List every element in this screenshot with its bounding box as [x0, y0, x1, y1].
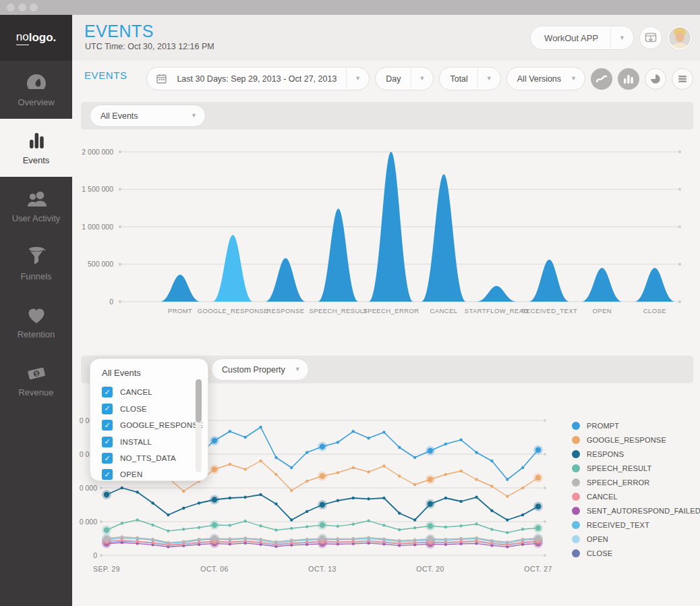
peak-close[interactable]: [635, 268, 675, 302]
list-icon: [678, 75, 687, 83]
logo[interactable]: nologo.: [0, 15, 72, 61]
avatar[interactable]: [668, 26, 692, 50]
checkbox-checked-icon[interactable]: ✓: [102, 420, 113, 431]
aggregation-select[interactable]: Total ▼: [439, 67, 500, 90]
svg-text:CLOSE: CLOSE: [643, 307, 666, 314]
chevron-down-icon: ▼: [295, 366, 301, 373]
legend-item-google_response[interactable]: GOOGLE_RESPONSE: [572, 433, 700, 447]
export-button[interactable]: [639, 26, 662, 49]
legend-label: PROMPT: [587, 422, 619, 430]
custom-property-value: Custom Property: [212, 365, 295, 375]
aggregation-value: Total: [440, 74, 477, 84]
svg-text:0: 0: [93, 551, 97, 559]
legend-item-sent_autorespond_failed[interactable]: SENT_AUTORESPOND_FAILED: [572, 503, 700, 518]
legend-swatch-icon: [572, 450, 580, 458]
bar-chart-icon: [25, 130, 48, 150]
svg-text:40 000: 40 000: [80, 484, 97, 492]
app-selector[interactable]: WorkOut APP ▼: [530, 26, 634, 50]
events-peaks-chart: 0500 0001 000 0001 500 0002 000 000PROMT…: [80, 142, 693, 331]
custom-property-select[interactable]: Custom Property ▼: [211, 358, 309, 381]
svg-text:RESPONSE: RESPONSE: [267, 307, 305, 314]
svg-text:500 000: 500 000: [88, 260, 113, 268]
legend-item-respons[interactable]: RESPONS: [572, 447, 700, 461]
dropdown-option-cancel[interactable]: ✓ CANCEL: [102, 387, 152, 397]
view-toggle-line-chart[interactable]: [591, 68, 612, 90]
scrollbar-thumb[interactable]: [196, 379, 202, 422]
sidebar-item-label: Retention: [18, 329, 55, 339]
sidebar-item-user-activity[interactable]: User Activity: [0, 177, 72, 235]
granularity-select[interactable]: Day ▼: [375, 67, 434, 90]
legend-item-speech_result[interactable]: SPEECH_RESULT: [572, 461, 700, 475]
legend-item-prompt[interactable]: PROMPT: [572, 418, 700, 433]
sidebar-item-label: Overview: [18, 97, 54, 107]
heart-icon: [25, 304, 48, 325]
legend-item-cancel[interactable]: CANCEL: [572, 489, 700, 503]
checkbox-checked-icon[interactable]: ✓: [102, 437, 113, 447]
sidebar-item-label: Revenue: [18, 387, 53, 397]
legend-swatch-icon: [572, 549, 580, 557]
sidebar-item-funnels[interactable]: Funnels: [0, 235, 72, 293]
sidebar-item-label: User Activity: [12, 213, 61, 223]
dropdown-option-open[interactable]: ✓ OPEN: [102, 469, 142, 480]
peak-speech_result[interactable]: [318, 209, 359, 302]
dropdown-option-no-tts-data[interactable]: ✓ NO_TTS_DATA: [102, 453, 176, 464]
legend-item-open[interactable]: OPEN: [572, 532, 700, 546]
legend-label: GOOGLE_RESPONSE: [587, 436, 666, 444]
utc-time: UTC Time: Oct 30, 2013 12:16 PM: [85, 42, 214, 51]
checkbox-checked-icon[interactable]: ✓: [102, 387, 113, 397]
legend-item-received_text[interactable]: RECEIVED_TEXT: [572, 518, 700, 532]
view-toggle-bar-chart[interactable]: [618, 68, 639, 90]
date-range-picker[interactable]: Last 30 Days: Sep 29, 2013 - Oct 27, 201…: [146, 67, 370, 90]
sidebar-item-revenue[interactable]: $ Revenue: [0, 351, 72, 409]
window-dot-icon[interactable]: [7, 3, 15, 11]
svg-text:STARTFLOW_READ: STARTFLOW_READ: [465, 307, 529, 314]
svg-text:PROMT: PROMT: [168, 307, 192, 314]
legend-item-speech_error[interactable]: SPEECH_ERROR: [572, 475, 700, 489]
chevron-down-icon: ▼: [619, 35, 625, 41]
svg-text:SPEECH_ERROR: SPEECH_ERROR: [363, 307, 419, 314]
svg-text:OCT. 06: OCT. 06: [200, 565, 228, 573]
peak-received_text[interactable]: [529, 260, 570, 302]
checkbox-checked-icon[interactable]: ✓: [102, 404, 113, 414]
checkbox-checked-icon[interactable]: ✓: [102, 453, 113, 464]
peak-startflow_read[interactable]: [476, 286, 517, 302]
versions-select[interactable]: All Versions ▼: [506, 67, 585, 90]
date-range-value: Last 30 Days: Sep 29, 2013 - Oct 27, 201…: [167, 74, 346, 84]
export-icon: [645, 32, 657, 43]
legend-label: RESPONS: [587, 450, 624, 458]
scrollbar-track[interactable]: [196, 379, 202, 472]
window-dot-icon[interactable]: [30, 3, 38, 11]
users-icon: [25, 188, 48, 209]
legend-item-close[interactable]: CLOSE: [572, 546, 700, 560]
legend-swatch-icon: [572, 464, 580, 472]
view-toggle-list[interactable]: [672, 68, 693, 90]
gauge-icon: [25, 72, 48, 92]
legend-label: OPEN: [587, 535, 608, 543]
sidebar-item-overview[interactable]: Overview: [0, 61, 72, 119]
sidebar-item-label: Funnels: [20, 271, 51, 281]
sidebar-item-events[interactable]: Events: [0, 119, 72, 177]
peak-open[interactable]: [582, 268, 622, 302]
legend-label: RECEIVED_TEXT: [587, 521, 649, 529]
app-selector-value: WorkOut APP: [544, 33, 610, 43]
events-filter-select[interactable]: All Events ▼: [90, 105, 206, 127]
sidebar-item-label: Events: [23, 155, 50, 165]
dropdown-option-close[interactable]: ✓ CLOSE: [102, 404, 147, 414]
dropdown-option-install[interactable]: ✓ INSTALL: [102, 437, 152, 447]
peak-response[interactable]: [266, 258, 306, 302]
peak-cancel[interactable]: [421, 174, 466, 302]
legend-swatch-icon: [572, 478, 580, 487]
window-dot-icon[interactable]: [18, 3, 26, 11]
legend-label: SENT_AUTORESPOND_FAILED: [587, 507, 700, 515]
dropdown-option-google-response[interactable]: ✓ GOOGLE_RESPONSE: [102, 420, 203, 431]
svg-text:GOOGLE_RESPONSE: GOOGLE_RESPONSE: [198, 307, 268, 314]
checkbox-checked-icon[interactable]: ✓: [102, 469, 113, 480]
view-toggle-pie-chart[interactable]: [645, 68, 666, 90]
peak-promt[interactable]: [160, 275, 200, 302]
legend-swatch-icon: [572, 436, 580, 444]
svg-text:OCT. 13: OCT. 13: [308, 565, 336, 573]
sidebar-item-retention[interactable]: Retention: [0, 293, 72, 351]
app-window: nologo. EVENTS UTC Time: Oct 30, 2013 12…: [0, 0, 700, 606]
chart-legend: PROMPTGOOGLE_RESPONSERESPONSSPEECH_RESUL…: [572, 418, 700, 560]
peak-google_response[interactable]: [212, 235, 253, 302]
